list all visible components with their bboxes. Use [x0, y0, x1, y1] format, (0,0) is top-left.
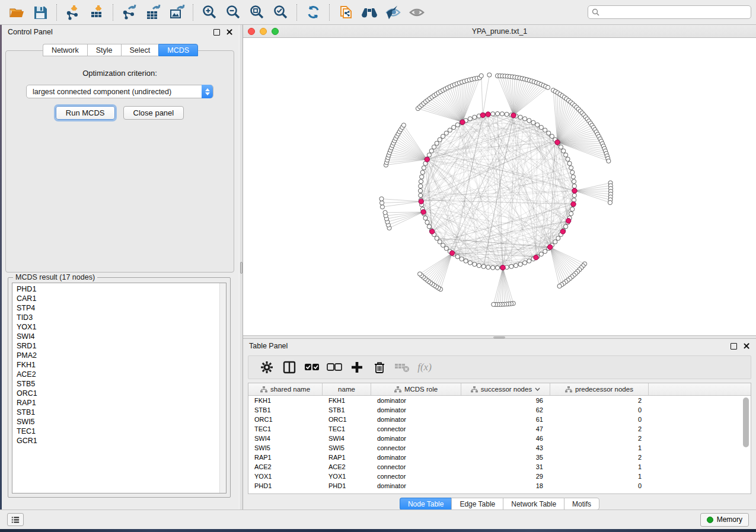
- list-item[interactable]: GCR1: [17, 436, 226, 446]
- style-visibility-icon: [385, 4, 401, 20]
- table-row[interactable]: STB1STB1dominator620: [248, 405, 751, 415]
- table-cell: 0: [550, 415, 649, 424]
- table-cell: dominator: [371, 453, 461, 462]
- zoom-out-button[interactable]: [221, 2, 245, 23]
- list-item[interactable]: ACE2: [17, 370, 226, 379]
- table-cell: 2: [550, 424, 649, 434]
- optimization-select[interactable]: largest connected component (undirected): [26, 85, 213, 98]
- delete-column-button[interactable]: [368, 358, 391, 377]
- zoom-selected-button[interactable]: [269, 2, 292, 23]
- tab-select[interactable]: Select: [121, 44, 159, 56]
- table-settings-button[interactable]: [256, 358, 278, 377]
- memory-button[interactable]: Memory: [700, 513, 749, 527]
- list-item[interactable]: SWI5: [17, 417, 226, 427]
- run-mcds-button[interactable]: Run MCDS: [56, 106, 115, 120]
- float-panel-icon[interactable]: [731, 343, 737, 350]
- list-item[interactable]: STP4: [17, 303, 226, 313]
- table-row[interactable]: SWI4SWI4dominator462: [248, 434, 751, 443]
- table-row[interactable]: FKH1FKH1dominator962: [248, 396, 751, 405]
- list-item[interactable]: SWI4: [17, 332, 226, 341]
- list-item[interactable]: STB1: [17, 408, 226, 417]
- tab-node-table[interactable]: Node Table: [400, 498, 452, 510]
- toolbar-separator: [56, 4, 57, 21]
- tab-network[interactable]: Network: [43, 44, 87, 56]
- table-row[interactable]: PHD1PHD1dominator180: [248, 481, 751, 491]
- table-cell: dominator: [371, 415, 461, 424]
- close-panel-icon[interactable]: [226, 28, 233, 36]
- select-stepper-icon: [202, 85, 213, 98]
- search-network-button[interactable]: [358, 2, 381, 23]
- vertical-splitter[interactable]: [239, 25, 243, 509]
- table-cell: RAP1: [323, 453, 371, 462]
- column-header-shared-name[interactable]: shared name: [248, 383, 323, 395]
- deselect-all-button[interactable]: [323, 358, 346, 377]
- column-header-mcds-role[interactable]: MCDS role: [371, 383, 461, 395]
- list-item[interactable]: RAP1: [17, 398, 226, 408]
- list-item[interactable]: FKH1: [17, 360, 226, 370]
- splitter-handle[interactable]: [240, 262, 243, 274]
- task-history-button[interactable]: [7, 513, 24, 526]
- list-icon: [11, 516, 20, 524]
- search-box: [588, 5, 751, 19]
- network-canvas[interactable]: [243, 38, 756, 335]
- table-row[interactable]: TEC1TEC1connector472: [248, 424, 751, 434]
- list-item[interactable]: PHD1: [17, 284, 226, 294]
- export-image-button[interactable]: [165, 2, 189, 23]
- import-network-button[interactable]: [61, 2, 85, 23]
- style-visibility-button[interactable]: [381, 2, 405, 23]
- tab-motifs[interactable]: Motifs: [564, 498, 599, 510]
- columns-icon: [283, 361, 296, 374]
- close-panel-icon[interactable]: [743, 342, 750, 350]
- list-item[interactable]: YOX1: [17, 322, 226, 332]
- float-panel-icon[interactable]: [213, 29, 220, 36]
- list-item[interactable]: CAR1: [17, 294, 226, 303]
- tab-network-table[interactable]: Network Table: [503, 498, 564, 510]
- table-cell: ACE2: [323, 462, 371, 472]
- tab-mcds[interactable]: MCDS: [158, 44, 198, 56]
- zoom-in-button[interactable]: [197, 2, 221, 23]
- delete-table-icon: [394, 361, 410, 373]
- show-columns-button[interactable]: [278, 358, 301, 377]
- tab-style[interactable]: Style: [87, 44, 121, 56]
- column-header-predecessor-nodes[interactable]: predecessor nodes: [550, 383, 649, 395]
- list-item[interactable]: ORC1: [17, 389, 226, 398]
- apply-function-button[interactable]: f(x): [413, 358, 436, 377]
- list-item[interactable]: PMA2: [17, 351, 226, 360]
- list-item[interactable]: TEC1: [17, 427, 226, 436]
- clone-network-button[interactable]: [334, 2, 358, 23]
- list-item[interactable]: STB5: [17, 379, 226, 389]
- import-table-button[interactable]: [85, 2, 109, 23]
- export-table-button[interactable]: [141, 2, 165, 23]
- table-scrollbar[interactable]: [743, 398, 749, 447]
- column-header-name[interactable]: name: [323, 383, 371, 395]
- search-input[interactable]: [602, 8, 747, 17]
- result-scrollbar[interactable]: [219, 283, 226, 493]
- network-graph[interactable]: [243, 38, 756, 335]
- table-row[interactable]: YOX1YOX1connector291: [248, 472, 751, 481]
- tab-edge-table[interactable]: Edge Table: [451, 498, 503, 510]
- show-graphics-button[interactable]: [405, 2, 429, 23]
- zoom-fit-button[interactable]: [245, 2, 269, 23]
- table-cell: RAP1: [248, 453, 323, 462]
- mcds-result-list[interactable]: PHD1CAR1STP4TID3YOX1SWI4SRD1PMA2FKH1ACE2…: [12, 283, 227, 493]
- export-network-button[interactable]: [117, 2, 141, 23]
- table-cell: SWI4: [323, 434, 371, 443]
- list-item[interactable]: SRD1: [17, 341, 226, 351]
- create-column-button[interactable]: [346, 358, 368, 377]
- import-network-icon: [65, 4, 81, 20]
- close-panel-button[interactable]: Close panel: [123, 106, 184, 120]
- select-all-button[interactable]: [301, 358, 323, 377]
- table-row[interactable]: SWI5SWI5connector431: [248, 443, 751, 453]
- save-button[interactable]: [28, 2, 52, 23]
- table-row[interactable]: ORC1ORC1dominator610: [248, 415, 751, 424]
- delete-table-button[interactable]: [391, 358, 413, 377]
- open-button[interactable]: [5, 2, 28, 23]
- splitter-handle[interactable]: [493, 336, 505, 338]
- table-cell: TEC1: [248, 424, 323, 434]
- refresh-button[interactable]: [301, 2, 325, 23]
- column-header-successor-nodes[interactable]: successor nodes: [461, 383, 550, 395]
- table-cell: 2: [550, 434, 649, 443]
- list-item[interactable]: TID3: [17, 313, 226, 322]
- table-row[interactable]: ACE2ACE2connector311: [248, 462, 751, 472]
- table-row[interactable]: RAP1RAP1dominator352: [248, 453, 751, 462]
